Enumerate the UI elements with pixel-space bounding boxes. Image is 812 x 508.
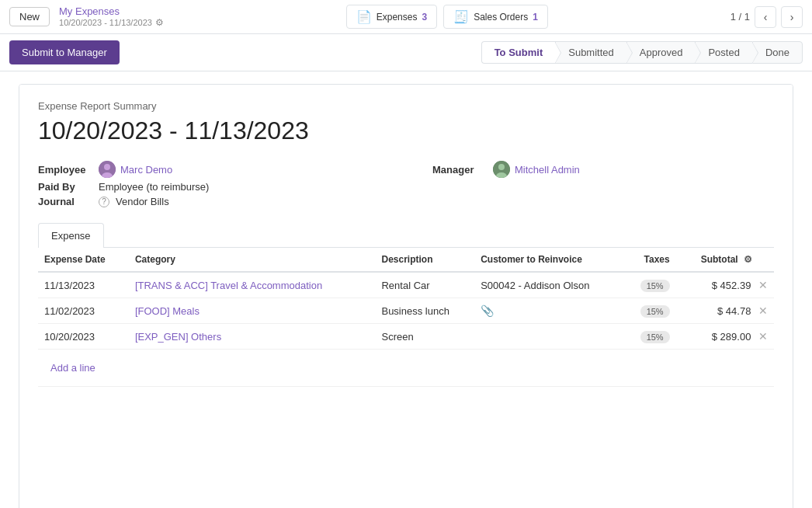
expense-table: Expense Date Category Description Custom… [38,248,774,387]
tax-badge-2: 15% [640,305,670,318]
delete-row-1[interactable]: ✕ [758,279,768,291]
taxes-3: 15% [624,324,676,350]
delete-row-3[interactable]: ✕ [758,330,768,343]
subtotal-header-text: Subtotal [701,254,738,265]
col-description: Description [375,248,474,272]
employee-row: Employee Marc Demo [38,161,426,178]
pagination-area: 1 / 1 ‹ › [730,6,803,28]
left-fields: Employee Marc Demo [38,161,426,211]
table-row: 11/02/2023 [FOOD] Meals Business lunch 📎… [38,298,774,324]
subtotal-amount-3: $ 289.00 [712,331,751,343]
action-bar: Submit to Manager To Submit Submitted Ap… [0,34,812,71]
table-body: 11/13/2023 [TRANS & ACC] Travel & Accomm… [38,272,774,387]
paid-by-value: Employee (to reimburse) [99,181,209,193]
table-header: Expense Date Category Description Custom… [38,248,774,272]
manager-name: Mitchell Admin [515,164,580,176]
paid-by-row: Paid By Employee (to reimburse) [38,181,426,193]
submit-to-manager-button[interactable]: Submit to Manager [9,40,120,64]
journal-value: Vendor Bills [116,196,169,207]
expenses-count: 3 [422,12,427,23]
status-submitted-label: Submitted [568,47,614,58]
expenses-label: Expenses [377,12,418,23]
status-done[interactable]: Done [752,41,803,64]
subtotal-1: $ 452.39 ✕ [676,272,774,298]
next-button[interactable]: › [781,6,803,28]
expense-date-1: 11/13/2023 [38,272,129,298]
status-arrow-inner-1 [555,43,560,63]
status-approved[interactable]: Approved [626,41,696,64]
fields-grid: Employee Marc Demo [38,161,774,211]
sales-orders-count: 1 [533,12,538,23]
category-3[interactable]: [EXP_GEN] Others [129,324,376,350]
manager-value[interactable]: Mitchell Admin [493,161,580,178]
col-customer: Customer to Reinvoice [474,248,624,272]
col-category: Category [129,248,376,272]
journal-help-icon[interactable]: ? [99,197,109,207]
prev-button[interactable]: ‹ [755,6,776,28]
description-2: Business lunch [375,298,474,324]
content-panel: Expense Report Summary 10/20/2023 - 11/1… [19,84,793,508]
expenses-button[interactable]: 📄 Expenses 3 [346,5,437,29]
employee-avatar [99,161,116,178]
taxes-1: 15% [624,272,676,298]
svg-point-4 [498,164,505,170]
status-arrow-inner-4 [752,43,758,63]
manager-avatar [493,161,510,178]
category-2[interactable]: [FOOD] Meals [129,298,376,324]
status-approved-label: Approved [640,47,683,58]
subtotal-3: $ 289.00 ✕ [676,324,774,350]
status-posted-label: Posted [708,47,739,58]
add-line-row: Add a line [38,350,774,387]
add-line-button[interactable]: Add a line [44,356,102,380]
right-fields: Manager Mitchell Admin [432,161,774,211]
expense-date-2: 11/02/2023 [38,298,129,324]
report-title: 10/20/2023 - 11/13/2023 [38,117,774,145]
receipt-icon: 🧾 [453,9,469,24]
status-arrow-inner-3 [695,43,700,63]
sales-orders-button[interactable]: 🧾 Sales Orders 1 [443,5,548,29]
status-to-submit[interactable]: To Submit [481,41,556,64]
delete-row-2[interactable]: ✕ [758,304,768,317]
tabs-area: Expense [38,223,774,248]
gear-icon[interactable]: ⚙ [155,17,164,28]
new-button[interactable]: New [9,7,50,26]
table-row: 11/13/2023 [TRANS & ACC] Travel & Accomm… [38,272,774,298]
employee-name: Marc Demo [120,164,172,176]
taxes-2: 15% [624,298,676,324]
customer-2: 📎 [474,298,624,324]
journal-label: Journal [38,196,92,207]
attachment-icon[interactable]: 📎 [481,304,494,317]
expense-date-3: 10/20/2023 [38,324,129,350]
subtotal-amount-1: $ 452.39 [712,280,751,291]
settings-icon[interactable]: ⚙ [744,254,752,265]
svg-point-1 [104,164,110,170]
sales-orders-label: Sales Orders [474,12,528,23]
tax-badge-1: 15% [640,280,670,292]
description-3: Screen [375,324,474,350]
table-row: 10/20/2023 [EXP_GEN] Others Screen 15% $… [38,324,774,350]
breadcrumb-link[interactable]: My Expenses [59,5,164,17]
status-arrow-inner-2 [626,43,632,63]
employee-value[interactable]: Marc Demo [99,161,172,178]
middle-area: 📄 Expenses 3 🧾 Sales Orders 1 [346,5,548,29]
paid-by-label: Paid By [38,181,92,193]
breadcrumb-sub: 10/20/2023 - 11/13/2023 ⚙ [59,17,164,28]
employee-label: Employee [38,164,92,176]
pagination-text: 1 / 1 [730,11,750,23]
col-subtotal: Subtotal ⚙ [676,248,774,272]
col-taxes: Taxes [624,248,676,272]
status-done-label: Done [765,47,789,58]
category-1[interactable]: [TRANS & ACC] Travel & Accommodation [129,272,376,298]
status-bar: To Submit Submitted Approved Posted Done [481,41,803,64]
main-content: Expense Report Summary 10/20/2023 - 11/1… [19,85,793,508]
subtotal-2: $ 44.78 ✕ [676,298,774,324]
breadcrumb-date: 10/20/2023 - 11/13/2023 [59,18,152,27]
subtotal-amount-2: $ 44.78 [717,305,751,317]
breadcrumb-area: My Expenses 10/20/2023 - 11/13/2023 ⚙ [59,5,164,28]
status-to-submit-label: To Submit [494,47,543,58]
status-posted[interactable]: Posted [695,41,751,64]
journal-row: Journal ? Vendor Bills [38,196,426,207]
status-submitted[interactable]: Submitted [555,41,626,64]
tab-expense[interactable]: Expense [38,223,104,248]
customer-1: S00042 - Addison Olson [474,272,624,298]
